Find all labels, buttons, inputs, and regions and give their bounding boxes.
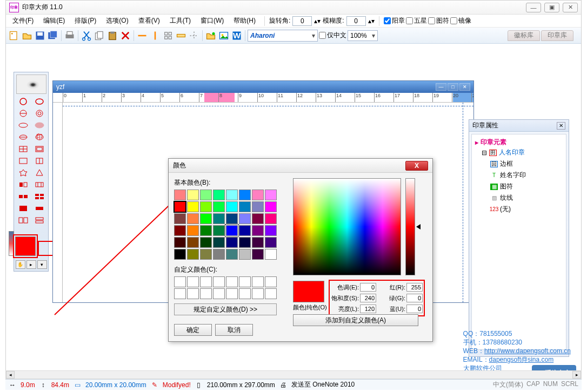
- red-input[interactable]: [406, 283, 423, 292]
- custom-color-3[interactable]: [213, 276, 225, 287]
- tool-image-icon[interactable]: [218, 30, 230, 42]
- basic-color-34[interactable]: [200, 237, 212, 248]
- rotate-input[interactable]: [292, 16, 312, 26]
- tool-delete-icon[interactable]: [119, 30, 131, 42]
- ok-button[interactable]: 确定: [174, 324, 212, 336]
- scroll-left-button[interactable]: ◂: [6, 371, 15, 379]
- basic-color-5[interactable]: [239, 190, 251, 200]
- luminance-slider[interactable]: [405, 178, 415, 275]
- basic-color-21[interactable]: [239, 213, 251, 224]
- tool-guides-icon[interactable]: [188, 30, 200, 42]
- basic-color-3[interactable]: [213, 190, 225, 200]
- blue-input[interactable]: [406, 305, 423, 313]
- tree-sub-none[interactable]: 123(无): [475, 204, 563, 215]
- tool-saveall-icon[interactable]: [47, 30, 59, 42]
- basic-color-47[interactable]: [265, 249, 277, 260]
- basic-color-13[interactable]: [239, 201, 251, 212]
- basic-color-45[interactable]: [239, 249, 251, 260]
- stamp-shape-14[interactable]: [16, 179, 31, 190]
- properties-titlebar[interactable]: 印章属性 ✕: [469, 120, 569, 132]
- custom-color-0[interactable]: [174, 276, 186, 287]
- hue-input[interactable]: [360, 283, 376, 292]
- check-yang[interactable]: 阳章: [384, 16, 405, 25]
- stamp-shape-20[interactable]: [16, 215, 31, 226]
- basic-color-17[interactable]: [187, 213, 199, 224]
- custom-color-12[interactable]: [226, 288, 238, 299]
- menu-help[interactable]: 帮助(H): [229, 15, 260, 26]
- basic-color-43[interactable]: [213, 249, 225, 260]
- close-button[interactable]: ✕: [563, 3, 578, 12]
- basic-color-28[interactable]: [226, 225, 238, 236]
- basic-color-36[interactable]: [226, 237, 238, 248]
- ruler-vertical[interactable]: [53, 103, 63, 302]
- current-color-swatch[interactable]: [15, 236, 36, 256]
- custom-color-14[interactable]: [252, 288, 264, 299]
- color-dialog-titlebar[interactable]: 颜色 X: [169, 159, 432, 173]
- basic-color-37[interactable]: [239, 237, 251, 248]
- sat-input[interactable]: [360, 294, 376, 302]
- maximize-button[interactable]: ▣: [544, 3, 559, 12]
- lum-input[interactable]: [360, 305, 376, 313]
- stamp-shape-17[interactable]: [32, 191, 47, 202]
- basic-color-12[interactable]: [226, 201, 238, 212]
- stamp-shape-9[interactable]: [32, 144, 47, 154]
- check-mirror[interactable]: 镜像: [450, 16, 471, 25]
- properties-close-button[interactable]: ✕: [557, 122, 565, 130]
- luminance-arrow-icon[interactable]: [416, 224, 421, 229]
- tool-open-icon[interactable]: [21, 30, 33, 42]
- basic-color-27[interactable]: [213, 225, 225, 236]
- tool-paste-icon[interactable]: [106, 30, 118, 42]
- basic-color-42[interactable]: [200, 249, 212, 260]
- web-link[interactable]: http://www.dapengsoft.com.cn: [484, 347, 571, 355]
- basic-color-29[interactable]: [239, 225, 251, 236]
- basic-color-19[interactable]: [213, 213, 225, 224]
- basic-color-35[interactable]: [213, 237, 225, 248]
- custom-color-5[interactable]: [239, 276, 251, 287]
- stamp-shape-18[interactable]: [16, 203, 31, 214]
- tool-grid-icon[interactable]: [162, 30, 174, 42]
- basic-color-30[interactable]: [252, 225, 264, 236]
- custom-color-8[interactable]: [174, 288, 186, 299]
- stamp-shape-12[interactable]: [16, 167, 31, 178]
- basic-color-44[interactable]: [226, 249, 238, 260]
- basic-color-14[interactable]: [252, 201, 264, 212]
- tool-folder-icon[interactable]: [205, 30, 217, 42]
- custom-color-15[interactable]: [265, 288, 277, 299]
- basic-color-8[interactable]: [174, 201, 186, 212]
- scroll-right-button[interactable]: ▸: [572, 371, 581, 379]
- basic-color-16[interactable]: [174, 213, 186, 224]
- custom-color-2[interactable]: [200, 276, 212, 287]
- tree-sub-texture[interactable]: ▨纹线: [475, 192, 563, 204]
- tab-badge-lib[interactable]: 徽标库: [508, 30, 540, 41]
- basic-color-10[interactable]: [200, 201, 212, 212]
- basic-color-6[interactable]: [252, 190, 264, 200]
- check-star[interactable]: 五星: [406, 16, 427, 25]
- font-selector[interactable]: Aharoni▾: [248, 30, 318, 42]
- minimize-button[interactable]: —: [526, 3, 541, 12]
- tree-sub-name-text[interactable]: T姓名字印: [475, 170, 563, 181]
- menu-view[interactable]: 查看(V): [134, 15, 164, 26]
- tool-text-icon[interactable]: W: [231, 30, 243, 42]
- doc-max-button[interactable]: □: [448, 83, 458, 91]
- tree-node-name-stamp[interactable]: ⊟田人名印章: [475, 147, 563, 158]
- palette-pointer-icon[interactable]: ▸: [26, 260, 36, 269]
- stamp-shape-10[interactable]: [16, 156, 31, 166]
- stamp-shape-0[interactable]: [16, 96, 31, 107]
- basic-color-32[interactable]: [174, 237, 186, 248]
- basic-color-18[interactable]: [200, 213, 212, 224]
- menu-layout[interactable]: 排版(P): [70, 15, 101, 26]
- stamp-shape-2[interactable]: [16, 108, 31, 119]
- custom-color-9[interactable]: [187, 288, 199, 299]
- email-link[interactable]: dapengsoft@sina.com: [489, 356, 554, 363]
- basic-color-26[interactable]: [200, 225, 212, 236]
- rotate-spinner[interactable]: ▴▾: [314, 17, 321, 25]
- stamp-shape-5[interactable]: [32, 120, 47, 131]
- menu-options[interactable]: 选项(O): [102, 15, 132, 26]
- stamp-shape-3[interactable]: [32, 108, 47, 119]
- check-tu[interactable]: 图符: [428, 16, 449, 25]
- doc-min-button[interactable]: —: [436, 83, 446, 91]
- stamp-shape-1[interactable]: [32, 96, 47, 107]
- basic-color-33[interactable]: [187, 237, 199, 248]
- tool-ruler-icon[interactable]: [175, 30, 187, 42]
- custom-color-1[interactable]: [187, 276, 199, 287]
